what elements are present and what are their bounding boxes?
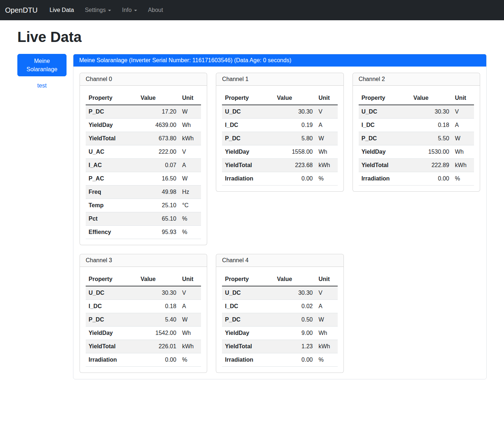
brand-logo[interactable]: OpenDTU xyxy=(5,6,38,14)
cell-value: 65.10 xyxy=(138,212,179,226)
table-row: YieldDay4639.00Wh xyxy=(86,119,201,132)
table-header-row: Property Value Unit xyxy=(86,273,201,286)
table-row: Irradiation0.00% xyxy=(222,353,337,367)
col-header-value: Value xyxy=(410,92,452,105)
col-header-value: Value xyxy=(274,273,316,286)
nav-info-label: Info xyxy=(122,7,132,13)
channel-card: Channel 1 Property Value Unit U_DC30.30V… xyxy=(216,73,343,192)
cell-unit: V xyxy=(179,145,201,159)
cell-unit: V xyxy=(316,105,338,119)
cell-property: Freq xyxy=(86,186,138,199)
cell-property: YieldDay xyxy=(86,119,138,132)
cell-value: 1.23 xyxy=(274,340,316,353)
channel-body: Property Value Unit U_DC30.30VI_DC0.02AP… xyxy=(216,267,343,373)
inverter-sidebar: Meine Solaranlage test xyxy=(17,54,67,89)
channel-body: Property Value Unit U_DC30.30VI_DC0.18AP… xyxy=(353,86,480,191)
cell-unit: % xyxy=(452,172,474,186)
table-row: U_DC30.30V xyxy=(359,105,474,119)
cell-property: YieldDay xyxy=(222,327,274,340)
cell-property: P_DC xyxy=(86,313,138,327)
table-header-row: Property Value Unit xyxy=(222,273,337,286)
table-row: Irradiation0.00% xyxy=(86,353,201,367)
cell-property: P_AC xyxy=(86,172,138,186)
cell-value: 0.19 xyxy=(274,119,316,132)
table-row: U_AC222.00V xyxy=(86,145,201,159)
cell-value: 673.80 xyxy=(138,132,179,145)
nav-live-data[interactable]: Live Data xyxy=(44,4,80,16)
col-header-property: Property xyxy=(86,92,138,105)
cell-unit: % xyxy=(179,212,201,226)
nav-about-label: About xyxy=(148,7,163,13)
channel-card: Channel 0 Property Value Unit P_DC17.20W… xyxy=(80,73,207,245)
table-row: I_DC0.18A xyxy=(86,300,201,313)
cell-value: 49.98 xyxy=(138,186,179,199)
cell-unit: % xyxy=(316,353,338,367)
table-header-row: Property Value Unit xyxy=(222,92,337,105)
col-header-value: Value xyxy=(138,273,179,286)
cell-value: 223.68 xyxy=(274,159,316,172)
table-header-row: Property Value Unit xyxy=(86,92,201,105)
nav-info[interactable]: Info xyxy=(116,4,142,16)
cell-property: Irradiation xyxy=(86,353,138,367)
col-header-property: Property xyxy=(222,92,274,105)
table-row: P_DC17.20W xyxy=(86,105,201,119)
table-row: U_DC30.30V xyxy=(86,286,201,300)
nav-live-data-label: Live Data xyxy=(50,7,74,13)
cell-value: 25.10 xyxy=(138,199,179,212)
table-row: I_AC0.07A xyxy=(86,159,201,172)
nav-about[interactable]: About xyxy=(142,4,168,16)
nav-settings[interactable]: Settings xyxy=(80,4,117,16)
cell-property: I_DC xyxy=(222,119,274,132)
cell-value: 1530.00 xyxy=(410,145,452,159)
cell-value: 30.30 xyxy=(410,105,452,119)
table-row: I_DC0.02A xyxy=(222,300,337,313)
cell-unit: % xyxy=(179,353,201,367)
table-row: YieldDay1542.00Wh xyxy=(86,327,201,340)
table-row: YieldDay1530.00Wh xyxy=(359,145,474,159)
channel-title: Channel 1 xyxy=(216,73,343,86)
cell-unit: % xyxy=(179,226,201,239)
channel-title: Channel 0 xyxy=(80,73,207,86)
cell-value: 16.50 xyxy=(138,172,179,186)
cell-property: Irradiation xyxy=(359,172,411,186)
cell-property: I_DC xyxy=(359,119,411,132)
table-row: YieldTotal673.80kWh xyxy=(86,132,201,145)
cell-value: 0.00 xyxy=(274,172,316,186)
cell-value: 0.00 xyxy=(410,172,452,186)
cell-property: YieldDay xyxy=(86,327,138,340)
test-inverter-link[interactable]: test xyxy=(17,82,67,89)
cell-unit: kWh xyxy=(452,159,474,172)
table-row: Pct65.10% xyxy=(86,212,201,226)
cell-value: 0.00 xyxy=(274,353,316,367)
table-row: YieldTotal223.68kWh xyxy=(222,159,337,172)
cell-value: 0.00 xyxy=(138,353,179,367)
cell-unit: °C xyxy=(179,199,201,212)
col-header-unit: Unit xyxy=(179,273,201,286)
table-row: YieldTotal1.23kWh xyxy=(222,340,337,353)
cell-value: 222.89 xyxy=(410,159,452,172)
nav-menu: Live Data Settings Info About xyxy=(44,4,168,16)
nav-settings-label: Settings xyxy=(85,7,106,13)
col-header-unit: Unit xyxy=(452,92,474,105)
cell-unit: W xyxy=(316,313,338,327)
inverter-select-button[interactable]: Meine Solaranlage xyxy=(17,54,67,76)
cell-value: 1542.00 xyxy=(138,327,179,340)
cell-unit: V xyxy=(452,105,474,119)
inverter-panel-body: Channel 0 Property Value Unit P_DC17.20W… xyxy=(73,67,486,379)
col-header-property: Property xyxy=(222,273,274,286)
cell-property: U_DC xyxy=(222,286,274,300)
channel-table: Property Value Unit U_DC30.30VI_DC0.02AP… xyxy=(222,273,337,367)
cell-value: 5.50 xyxy=(410,132,452,145)
cell-value: 30.30 xyxy=(274,286,316,300)
cell-value: 226.01 xyxy=(138,340,179,353)
chevron-down-icon xyxy=(108,10,111,11)
cell-value: 5.80 xyxy=(274,132,316,145)
page-content: Live Data Meine Solaranlage test Meine S… xyxy=(0,20,504,394)
cell-value: 95.93 xyxy=(138,226,179,239)
col-header-value: Value xyxy=(138,92,179,105)
table-row: YieldTotal222.89kWh xyxy=(359,159,474,172)
chevron-down-icon xyxy=(134,10,137,11)
cell-unit: Wh xyxy=(316,327,338,340)
cell-value: 222.00 xyxy=(138,145,179,159)
col-header-unit: Unit xyxy=(179,92,201,105)
